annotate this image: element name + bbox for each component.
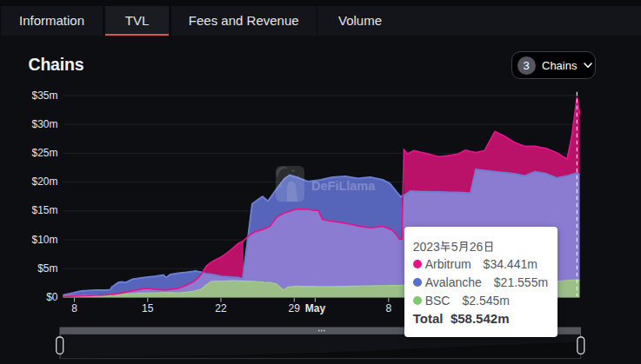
svg-text:$30m: $30m (31, 118, 57, 130)
svg-text:$0: $0 (46, 291, 58, 303)
svg-text:22: 22 (215, 302, 227, 314)
svg-text:May: May (305, 302, 326, 314)
svg-text:29: 29 (289, 302, 301, 314)
svg-text:8: 8 (71, 302, 77, 314)
svg-text:$35m: $35m (31, 89, 57, 102)
svg-text:$5m: $5m (37, 262, 57, 275)
svg-text:DeFiLlama: DeFiLlama (311, 179, 376, 193)
svg-text:$25m: $25m (31, 147, 57, 159)
svg-text:15: 15 (142, 302, 154, 314)
svg-text:$20m: $20m (31, 175, 57, 188)
svg-text:8: 8 (385, 302, 391, 314)
svg-text:$10m: $10m (31, 234, 57, 246)
svg-text:$15m: $15m (31, 204, 57, 216)
